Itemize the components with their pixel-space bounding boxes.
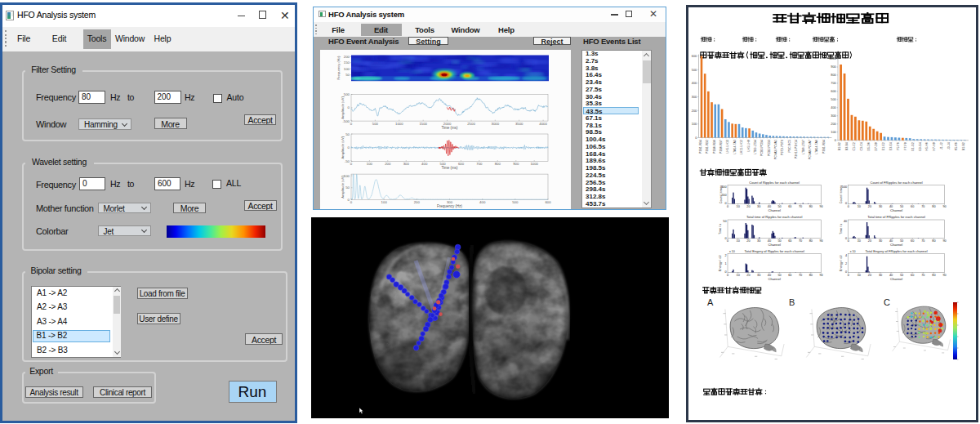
svg-text:70: 70 [799, 205, 802, 208]
svg-text:20: 20 [746, 205, 750, 208]
svg-text:x 10: x 10 [850, 250, 856, 253]
svg-text:100: 100 [831, 130, 836, 134]
svg-text:90: 90 [819, 274, 822, 277]
svg-text:Energy / uV: Energy / uV [719, 255, 723, 271]
svg-text:500: 500 [692, 68, 697, 72]
svg-text:C1-C2: C1-C2 [853, 142, 856, 150]
svg-text:E3-E4: E3-E4 [889, 142, 893, 150]
svg-text:J1-J2: J1-J2 [940, 142, 943, 150]
svg-text:Total Engery of Ripples for ea: Total Engery of Ripples for each channel [744, 249, 804, 253]
svg-text:LTA14-TA3: LTA14-TA3 [733, 140, 737, 154]
svg-text:LTB3-LTB4: LTB3-LTB4 [754, 140, 757, 154]
svg-text:150: 150 [344, 60, 350, 65]
svg-text:300: 300 [403, 162, 410, 166]
svg-text:60: 60 [788, 274, 791, 277]
svg-text:100: 100 [381, 200, 388, 204]
svg-text:P3TD-P3T6: P3TD-P3T6 [781, 140, 784, 155]
svg-text:Total Engery of FRipples for e: Total Engery of FRipples for each channe… [866, 249, 928, 253]
svg-text:-50: -50 [345, 159, 350, 163]
svg-text:Amplitude (uV): Amplitude (uV) [341, 175, 345, 198]
svg-text:B1-B2: B1-B2 [839, 142, 842, 150]
svg-text:30: 30 [879, 205, 882, 208]
svg-text:80: 80 [809, 205, 813, 208]
svg-text:2500: 2500 [467, 121, 475, 125]
svg-text:P3B1-RB4: P3B1-RB4 [822, 140, 826, 154]
svg-text:200: 200 [414, 200, 421, 204]
svg-text:F5-F6: F5-F6 [897, 142, 900, 150]
svg-text:70: 70 [799, 239, 802, 243]
svg-text:Frequency (Hz): Frequency (Hz) [336, 55, 341, 78]
svg-text:60: 60 [788, 239, 791, 243]
svg-text:0: 0 [727, 205, 728, 208]
svg-text:Time (ms): Time (ms) [441, 166, 458, 170]
svg-text:600: 600 [831, 89, 836, 93]
svg-text:60: 60 [911, 239, 914, 243]
svg-text:0: 0 [848, 239, 849, 243]
svg-text:3000: 3000 [492, 121, 500, 125]
svg-text:G1-G2: G1-G2 [911, 142, 915, 151]
svg-text:0: 0 [727, 239, 728, 243]
svg-text:50: 50 [345, 185, 350, 190]
svg-text:B3-B4: B3-B4 [846, 142, 849, 150]
svg-text:80: 80 [809, 274, 813, 277]
svg-text:P3B1-RB4: P3B1-RB4 [699, 140, 702, 154]
svg-text:100: 100 [692, 122, 697, 126]
svg-text:10: 10 [858, 239, 861, 243]
svg-text:600: 600 [458, 162, 465, 166]
svg-text:P3H13-P3H14: P3H13-P3H14 [795, 140, 798, 158]
svg-text:0: 0 [350, 200, 353, 204]
svg-text:PCB2-PCB3: PCB2-PCB3 [768, 140, 771, 156]
svg-text:Channel: Channel [890, 277, 902, 281]
svg-text:Frequency (Hz): Frequency (Hz) [437, 204, 463, 208]
svg-text:30: 30 [757, 205, 760, 208]
svg-text:H7-H8: H7-H8 [933, 142, 936, 150]
svg-text:50: 50 [345, 73, 350, 77]
svg-text:10: 10 [737, 205, 740, 208]
svg-text:70: 70 [921, 274, 924, 277]
svg-text:900: 900 [831, 65, 836, 69]
svg-text:J3-J4: J3-J4 [947, 142, 951, 150]
svg-text:20: 20 [746, 239, 750, 243]
svg-text:1000: 1000 [829, 56, 836, 60]
svg-text:800: 800 [495, 162, 501, 166]
svg-text:LH5-LH8: LH5-LH8 [747, 140, 751, 151]
svg-text:70: 70 [799, 274, 802, 277]
svg-text:700: 700 [831, 81, 836, 85]
svg-text:500: 500 [372, 121, 379, 125]
svg-text:1000: 1000 [530, 162, 538, 166]
svg-text:A: A [707, 297, 714, 307]
svg-text:200: 200 [385, 162, 391, 166]
svg-text:30: 30 [757, 239, 760, 243]
svg-text:50: 50 [345, 132, 350, 136]
svg-text:300: 300 [831, 114, 836, 118]
svg-text:Count of Ripples for each chan: Count of Ripples for each channel [749, 181, 800, 185]
svg-text:10: 10 [858, 205, 861, 208]
svg-text:20: 20 [868, 239, 871, 243]
svg-text:B1-B2: B1-B2 [962, 142, 965, 150]
svg-text:20: 20 [868, 274, 871, 277]
svg-text:60: 60 [911, 205, 914, 208]
svg-text:30: 30 [757, 274, 760, 277]
svg-text:Total time of FRipples for eac: Total time of FRipples for each channel [867, 215, 925, 219]
svg-text:D7-D8: D7-D8 [875, 142, 878, 150]
svg-text:K5-K6: K5-K6 [955, 142, 958, 150]
svg-text:500: 500 [831, 97, 836, 101]
svg-text:80: 80 [809, 239, 813, 243]
svg-text:F7-F8: F7-F8 [904, 142, 907, 150]
svg-text:400: 400 [421, 162, 428, 166]
svg-text:0: 0 [845, 270, 847, 274]
svg-text:PCVA8-PCVA7: PCVA8-PCVA7 [808, 140, 812, 159]
svg-text:2: 2 [724, 254, 726, 257]
svg-text:200: 200 [831, 122, 836, 126]
svg-text:1000: 1000 [395, 121, 403, 125]
svg-text:Energy / uV: Energy / uV [840, 255, 843, 271]
svg-text:P3C-RC5: P3C-RC5 [788, 140, 791, 152]
svg-text:C: C [884, 297, 890, 307]
svg-text:90: 90 [942, 205, 946, 208]
svg-text:10: 10 [858, 274, 861, 277]
svg-text:Amplitude (uV): Amplitude (uV) [341, 96, 345, 118]
svg-text:Time / s: Time / s [719, 224, 723, 234]
svg-text:60: 60 [788, 205, 791, 208]
svg-text:800: 800 [831, 73, 836, 77]
svg-text:G3-G4: G3-G4 [919, 142, 922, 151]
